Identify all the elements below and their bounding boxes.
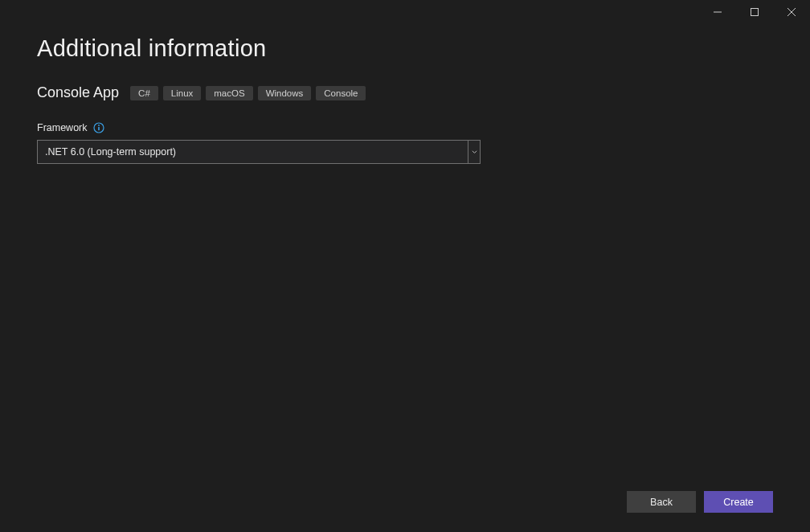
- maximize-button[interactable]: [736, 0, 773, 24]
- info-icon[interactable]: [93, 122, 104, 133]
- close-button[interactable]: [773, 0, 810, 24]
- content-area: Additional information Console App C# Li…: [0, 24, 810, 164]
- create-button[interactable]: Create: [704, 491, 773, 513]
- project-type-row: Console App C# Linux macOS Windows Conso…: [37, 84, 773, 101]
- titlebar: [0, 0, 810, 24]
- minimize-icon: [714, 8, 722, 16]
- back-button[interactable]: Back: [627, 491, 696, 513]
- chevron-down-icon: [468, 141, 480, 163]
- page-title: Additional information: [37, 35, 773, 62]
- svg-point-5: [98, 125, 100, 126]
- framework-label-row: Framework: [37, 122, 773, 133]
- svg-rect-6: [98, 127, 100, 130]
- framework-dropdown-value: .NET 6.0 (Long-term support): [38, 141, 468, 163]
- minimize-button[interactable]: [699, 0, 736, 24]
- framework-dropdown[interactable]: .NET 6.0 (Long-term support): [37, 140, 481, 164]
- tag-macos: macOS: [206, 86, 252, 100]
- footer-buttons: Back Create: [627, 491, 773, 513]
- project-tags: C# Linux macOS Windows Console: [130, 86, 366, 100]
- tag-windows: Windows: [258, 86, 312, 100]
- svg-rect-1: [751, 9, 759, 16]
- maximize-icon: [751, 8, 759, 16]
- tag-linux: Linux: [163, 86, 202, 100]
- framework-label: Framework: [37, 122, 88, 133]
- tag-csharp: C#: [130, 86, 158, 100]
- tag-console: Console: [316, 86, 366, 100]
- close-icon: [788, 8, 796, 16]
- project-type-name: Console App: [37, 84, 119, 101]
